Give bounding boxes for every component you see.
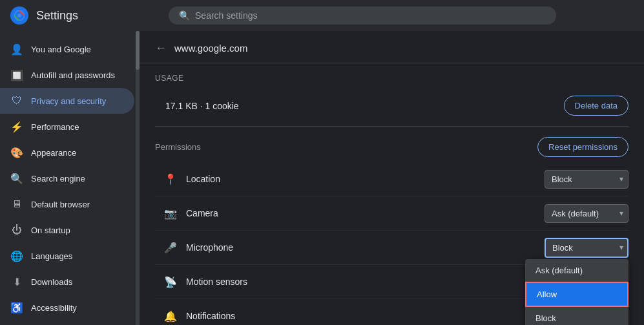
sidebar-label-downloads: Downloads xyxy=(31,277,72,287)
location-label: Location xyxy=(186,174,545,184)
layout: 👤 You and Google 🔲 Autofill and password… xyxy=(0,31,644,325)
content-body: Usage 17.1 KB · 1 cookie Delete data Per… xyxy=(140,63,644,325)
usage-label: Usage xyxy=(155,74,628,83)
sidebar-label-privacy-security: Privacy and security xyxy=(31,96,106,106)
permissions-label: Permissions xyxy=(155,142,201,152)
location-select-wrapper: Block xyxy=(545,170,628,189)
perm-row-location: 📍 Location Block xyxy=(155,162,628,196)
sidebar-label-accessibility: Accessibility xyxy=(31,303,77,313)
autofill-icon: 🔲 xyxy=(10,68,23,81)
motion-sensors-label: Motion sensors xyxy=(186,277,545,287)
motion-sensors-icon: 📡 xyxy=(160,271,181,292)
sidebar-label-you-and-google: You and Google xyxy=(31,45,91,54)
dropdown-option-allow[interactable]: Allow xyxy=(525,282,628,307)
sidebar-label-default-browser: Default browser xyxy=(31,200,90,209)
main-content: ← www.google.com Usage 17.1 KB · 1 cooki… xyxy=(140,31,644,325)
appearance-icon: 🎨 xyxy=(10,146,23,159)
perm-row-camera: 📷 Camera Ask (default) xyxy=(155,196,628,231)
notifications-icon: 🔔 xyxy=(160,306,181,325)
sidebar-label-appearance: Appearance xyxy=(31,148,76,158)
sidebar-item-accessibility[interactable]: ♿ Accessibility xyxy=(0,295,134,320)
accessibility-icon: ♿ xyxy=(10,301,23,314)
camera-select-wrapper: Ask (default) xyxy=(545,204,628,223)
sidebar-item-system[interactable]: ⚙ System xyxy=(0,320,134,325)
sidebar-item-search-engine[interactable]: 🔍 Search engine xyxy=(0,165,134,191)
header: Settings 🔍 xyxy=(0,0,644,31)
usage-row: 17.1 KB · 1 cookie Delete data xyxy=(155,90,628,127)
sidebar-item-languages[interactable]: 🌐 Languages xyxy=(0,243,134,269)
sidebar-label-autofill: Autofill and passwords xyxy=(31,70,115,80)
usage-value: 17.1 KB · 1 cookie xyxy=(155,101,239,111)
delete-data-button[interactable]: Delete data xyxy=(564,96,629,116)
dropdown-option-ask--default-[interactable]: Ask (default) xyxy=(525,259,628,282)
search-input[interactable] xyxy=(195,10,546,21)
app-title: Settings xyxy=(36,9,78,23)
sidebar-item-appearance[interactable]: 🎨 Appearance xyxy=(0,140,134,165)
chrome-logo xyxy=(10,6,28,25)
default-browser-icon: 🖥 xyxy=(10,198,23,211)
privacy-security-icon: 🛡 xyxy=(10,94,23,107)
microphone-select-wrapper: Block xyxy=(545,238,628,258)
search-bar[interactable]: 🔍 xyxy=(169,6,556,25)
scrollbar-thumb[interactable] xyxy=(136,31,140,70)
sidebar-label-search-engine: Search engine xyxy=(31,174,85,183)
notifications-label: Notifications xyxy=(186,311,545,321)
sidebar-item-privacy-security[interactable]: 🛡 Privacy and security xyxy=(0,88,134,114)
site-title: www.google.com xyxy=(174,43,247,54)
scrollbar-track xyxy=(136,31,140,325)
camera-label: Camera xyxy=(186,208,545,218)
svg-point-1 xyxy=(17,14,21,17)
microphone-icon: 🎤 xyxy=(160,237,181,258)
sidebar-item-on-startup[interactable]: ⏻ On startup xyxy=(0,217,134,243)
reset-permissions-button[interactable]: Reset permissions xyxy=(537,137,628,157)
performance-icon: ⚡ xyxy=(10,120,23,133)
search-engine-icon: 🔍 xyxy=(10,172,23,185)
sidebar-item-default-browser[interactable]: 🖥 Default browser xyxy=(0,191,134,217)
camera-icon: 📷 xyxy=(160,203,181,224)
microphone-label: Microphone xyxy=(186,242,545,253)
sidebar-label-performance: Performance xyxy=(31,122,79,132)
you-and-google-icon: 👤 xyxy=(10,43,23,56)
back-button[interactable]: ← xyxy=(155,41,167,55)
sidebar-item-autofill[interactable]: 🔲 Autofill and passwords xyxy=(0,62,134,88)
dropdown-option-block[interactable]: Block xyxy=(525,307,628,325)
sidebar-label-on-startup: On startup xyxy=(31,225,70,235)
microphone-dropdown: Ask (default) Allow Block xyxy=(525,259,628,325)
on-startup-icon: ⏻ xyxy=(10,224,23,236)
perm-row-microphone: 🎤 Microphone Block Ask (default) Allow B… xyxy=(155,231,628,265)
microphone-select[interactable]: Block xyxy=(545,238,628,258)
camera-select[interactable]: Ask (default) xyxy=(545,204,628,223)
location-icon: 📍 xyxy=(160,169,181,189)
permissions-list: 📍 Location Block 📷 Camera Ask (default) … xyxy=(155,162,628,325)
content-header: ← www.google.com xyxy=(140,31,644,63)
languages-icon: 🌐 xyxy=(10,249,23,262)
sidebar: 👤 You and Google 🔲 Autofill and password… xyxy=(0,31,140,325)
downloads-icon: ⬇ xyxy=(10,275,23,288)
sidebar-label-languages: Languages xyxy=(31,251,72,261)
search-icon: 🔍 xyxy=(179,10,190,21)
permissions-header: Permissions Reset permissions xyxy=(155,137,628,157)
sidebar-item-downloads[interactable]: ⬇ Downloads xyxy=(0,269,134,295)
sidebar-item-you-and-google[interactable]: 👤 You and Google xyxy=(0,36,134,62)
location-select[interactable]: Block xyxy=(545,170,628,189)
sidebar-item-performance[interactable]: ⚡ Performance xyxy=(0,114,134,140)
